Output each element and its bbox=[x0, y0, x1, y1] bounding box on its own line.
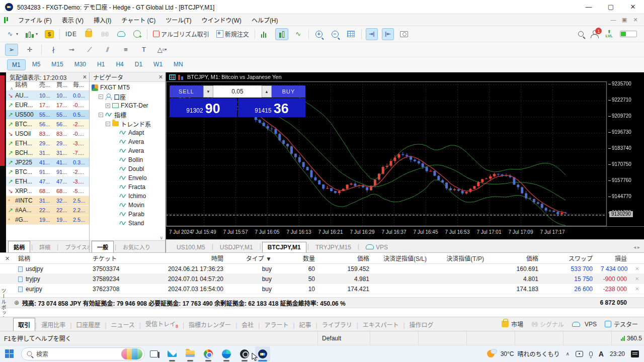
navigator-node[interactable]: Avera bbox=[90, 146, 165, 155]
volume-decrease-button[interactable]: ▼ bbox=[203, 85, 213, 98]
time-axis[interactable]: 7 Jul 20247 Jul 15:497 Jul 15:577 Jul 16… bbox=[166, 226, 644, 239]
sell-price-panel[interactable]: 91302 90 bbox=[170, 98, 237, 117]
taskbar-clock[interactable]: 23:20 bbox=[610, 350, 625, 357]
close-icon[interactable]: ✕ bbox=[5, 255, 10, 262]
menu-item[interactable]: ウインドウ(W) bbox=[197, 14, 247, 26]
toolbox-tab-0[interactable]: 取引 bbox=[13, 318, 35, 331]
taskbar-item-mt5[interactable] bbox=[255, 346, 270, 361]
sell-button[interactable]: SELL bbox=[170, 85, 203, 98]
toolbox-tab-8[interactable]: 記事 bbox=[295, 318, 316, 331]
price-axis[interactable]: 9235700922271092097209196730918374091707… bbox=[608, 72, 644, 226]
column-header-8[interactable]: 価格 bbox=[488, 254, 542, 262]
close-button[interactable]: ✕ bbox=[622, 0, 644, 14]
trendline-button[interactable]: ⟋ bbox=[83, 44, 96, 56]
column-header-1[interactable]: チケット bbox=[89, 254, 143, 262]
line-mode-button[interactable] bbox=[292, 28, 304, 40]
signals-button[interactable]: ((o)) bbox=[99, 28, 111, 40]
market-watch-row[interactable]: ↗US50055...55...0.5... bbox=[6, 110, 89, 120]
tray-device-icon[interactable] bbox=[576, 351, 583, 357]
algo-trading-button[interactable]: アルゴリズム取引 bbox=[151, 28, 211, 40]
taskbar-search-input[interactable]: 検索 bbox=[21, 347, 145, 360]
market-watch-row[interactable]: ↗JP22541...41...0.3... bbox=[6, 158, 89, 167]
crosshair-tool-button[interactable]: ✛ bbox=[23, 44, 36, 56]
taskbar-item-obs[interactable] bbox=[237, 346, 252, 361]
channel-button[interactable]: ⫽ bbox=[101, 44, 114, 56]
taskbar-item-chrome[interactable] bbox=[201, 346, 216, 361]
bars-mode-button[interactable] bbox=[259, 28, 271, 40]
navigator-node[interactable]: Adapt bbox=[90, 128, 165, 137]
column-header-7[interactable]: 決済指値(T/P) bbox=[431, 254, 488, 262]
timeframe-h4[interactable]: H4 bbox=[111, 59, 128, 70]
timeframe-m15[interactable]: M15 bbox=[47, 59, 67, 70]
buy-button[interactable]: BUY bbox=[272, 85, 305, 98]
tab-scroll-arrows[interactable]: ◂ ▸ bbox=[633, 244, 644, 252]
chart-tab-tryjpym15[interactable]: TRYJPY,M15 bbox=[310, 242, 357, 252]
weather-widget[interactable]: 30°C 晴れのちくもり bbox=[487, 349, 560, 359]
navigator-node[interactable]: +FXGT-Der bbox=[90, 101, 165, 110]
navigator-node[interactable]: Ichimo bbox=[90, 192, 165, 201]
menu-item[interactable]: チャート (C) bbox=[116, 14, 160, 26]
service-chip[interactable]: テスター bbox=[605, 320, 638, 328]
market-watch-row[interactable]: ↗#AA...22...22...2.2... bbox=[6, 206, 89, 215]
community-button[interactable] bbox=[131, 28, 143, 40]
chart-tab-btcjpym1[interactable]: BTCJPY,M1 bbox=[262, 242, 306, 252]
scroll-down-icon[interactable]: ∨ bbox=[90, 235, 165, 240]
market-watch-row[interactable]: ↗BTC...91...91...-2.... bbox=[6, 167, 89, 177]
timeframe-w1[interactable]: W1 bbox=[149, 59, 167, 70]
toolbox-tab-3[interactable]: ニュース bbox=[106, 318, 139, 331]
close-position-icon[interactable]: ✕ bbox=[631, 286, 644, 292]
market-watch-row[interactable]: ↗ETH...29...29...-3.... bbox=[6, 139, 89, 148]
task-view-button[interactable] bbox=[146, 346, 162, 361]
column-header-5[interactable]: 価格 bbox=[319, 254, 373, 262]
zoom-in-button[interactable]: + bbox=[313, 28, 325, 40]
deposit-button[interactable]: $ bbox=[43, 28, 55, 40]
navigator-tab-1[interactable]: お気に入り bbox=[117, 241, 156, 252]
market-button[interactable] bbox=[83, 28, 95, 40]
market-watch-row[interactable]: ↘USOil83...83...-0.... bbox=[6, 129, 89, 139]
close-icon[interactable]: ✕ bbox=[83, 74, 87, 80]
column-header-4[interactable]: 数量 bbox=[276, 254, 319, 262]
buy-price-panel[interactable]: 91415 36 bbox=[238, 98, 305, 117]
chart-tab-usdjpym1[interactable]: USDJPY,M1 bbox=[214, 242, 259, 252]
chart-tab-vps[interactable]: VPS bbox=[360, 242, 393, 252]
column-header[interactable]: 買... bbox=[56, 80, 73, 88]
market-watch-row[interactable]: ↘XRP...68...68...-5.... bbox=[6, 187, 89, 196]
mdi-restore-button[interactable]: ▣ bbox=[620, 17, 629, 23]
timeframe-h1[interactable]: H1 bbox=[93, 59, 109, 70]
market-watch-row[interactable]: ↘AU...10...10...0.0... bbox=[6, 91, 89, 101]
timeframe-mn[interactable]: MN bbox=[169, 59, 188, 70]
service-bag[interactable]: 市場 bbox=[502, 320, 523, 328]
taskbar-item-edge[interactable] bbox=[219, 346, 234, 361]
market-watch-row[interactable]: ↗EUR...17...17...-0.... bbox=[6, 101, 89, 110]
vps-button[interactable] bbox=[115, 28, 127, 40]
navigator-node[interactable]: Envelo bbox=[90, 173, 165, 183]
toolbox-tab-4[interactable]: 受信トレイ8 bbox=[141, 317, 183, 331]
navigator-node[interactable]: −指標 bbox=[90, 110, 165, 119]
timeframe-m5[interactable]: M5 bbox=[28, 59, 45, 70]
menu-item[interactable]: 挿入(I) bbox=[89, 14, 116, 26]
column-header[interactable]: 銘柄 bbox=[15, 80, 39, 88]
market-watch-row[interactable]: •#INTC31...32...2.5... bbox=[6, 196, 89, 206]
expand-icon[interactable]: + bbox=[106, 104, 110, 108]
collapse-icon[interactable]: − bbox=[99, 95, 103, 99]
collapse-icon[interactable]: − bbox=[99, 113, 103, 117]
notification-center-icon[interactable] bbox=[631, 350, 639, 357]
navigator-node[interactable]: Parab bbox=[90, 210, 165, 219]
zoom-out-button[interactable]: − bbox=[329, 28, 341, 40]
profile-selector[interactable]: Default bbox=[318, 331, 370, 345]
chart-tab-us100m5[interactable]: US100,M5 bbox=[171, 242, 211, 252]
search-highlight-image[interactable] bbox=[121, 348, 142, 359]
column-header-6[interactable]: 決済逆指値(S/L) bbox=[373, 254, 431, 262]
tile-windows-button[interactable] bbox=[345, 28, 357, 40]
mdi-close-button[interactable]: ✕ bbox=[631, 17, 640, 23]
timeframe-d1[interactable]: D1 bbox=[130, 59, 147, 70]
new-order-button[interactable]: 新規注文 bbox=[215, 28, 251, 40]
ide-button[interactable]: IDE bbox=[64, 28, 78, 40]
navigator-node[interactable]: −トレンド系 bbox=[90, 119, 165, 128]
start-button[interactable] bbox=[2, 346, 17, 361]
mdi-minimize-button[interactable]: — bbox=[609, 17, 618, 23]
scroll-up-icon[interactable]: ∧ bbox=[8, 86, 15, 91]
maximize-button[interactable]: ▢ bbox=[600, 0, 622, 14]
position-row[interactable]: tryjpy375892342024.07.01 04:57:20buy504.… bbox=[0, 274, 644, 284]
column-header-10[interactable]: 損益 bbox=[597, 254, 631, 262]
